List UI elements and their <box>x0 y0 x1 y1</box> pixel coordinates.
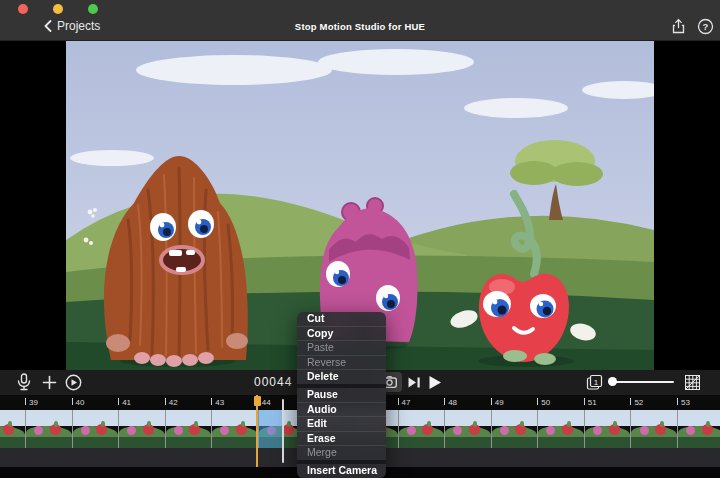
filmstrip-frame[interactable] <box>165 410 212 448</box>
play-button[interactable] <box>428 373 442 391</box>
play-circle-icon[interactable] <box>65 373 82 391</box>
microphone-icon[interactable] <box>17 373 31 391</box>
grid-view-icon <box>684 373 701 391</box>
selected-frame-highlight <box>258 410 284 448</box>
insert-position-line <box>282 399 284 463</box>
menu-item-cut[interactable]: Cut <box>297 312 386 326</box>
filmstrip-frame[interactable] <box>444 410 491 448</box>
menu-item-insert-camera[interactable]: Insert Camera <box>297 464 386 478</box>
help-icon[interactable]: ? <box>697 18 714 35</box>
playhead-flag[interactable] <box>254 396 261 406</box>
filmstrip-frame[interactable] <box>398 410 445 448</box>
menu-item-merge: Merge <box>297 445 386 460</box>
filmstrip-frame[interactable] <box>630 410 677 448</box>
filmstrip-frame[interactable] <box>491 410 538 448</box>
menu-item-delete[interactable]: Delete <box>297 369 386 384</box>
svg-text:?: ? <box>703 21 709 32</box>
app-window: Projects Stop Motion Studio for HUE ? <box>0 0 720 478</box>
title-bar: Projects Stop Motion Studio for HUE ? <box>0 0 720 41</box>
single-frame-icon: 1 <box>586 373 603 391</box>
timeline-zoom-slider-knob[interactable] <box>608 377 617 386</box>
filmstrip-frame[interactable] <box>25 410 72 448</box>
menu-item-edit[interactable]: Edit <box>297 416 386 431</box>
filmstrip-frame[interactable] <box>677 410 720 448</box>
menu-item-copy[interactable]: Copy <box>297 326 386 341</box>
page-title: Stop Motion Studio for HUE <box>0 21 720 32</box>
filmstrip-frame[interactable] <box>118 410 165 448</box>
add-frame-button[interactable] <box>42 373 57 391</box>
menu-item-erase[interactable]: Erase <box>297 431 386 446</box>
minimize-window-button[interactable] <box>53 4 63 14</box>
close-window-button[interactable] <box>18 4 28 14</box>
share-icon[interactable] <box>670 18 687 35</box>
filmstrip-frame[interactable] <box>0 410 25 448</box>
menu-item-reverse: Reverse <box>297 355 386 370</box>
next-frame-button[interactable] <box>407 373 421 391</box>
menu-item-audio[interactable]: Audio <box>297 402 386 417</box>
context-menu: Cut Copy Paste Reverse Delete Pause Audi… <box>297 312 386 478</box>
filmstrip-frame[interactable] <box>537 410 584 448</box>
filmstrip-frame[interactable] <box>211 410 258 448</box>
filmstrip-frame[interactable] <box>72 410 119 448</box>
frame-counter: 00044 <box>254 375 292 389</box>
menu-item-paste: Paste <box>297 340 386 355</box>
timeline-zoom-slider-track[interactable] <box>612 381 674 383</box>
svg-text:1: 1 <box>594 377 599 386</box>
zoom-window-button[interactable] <box>88 4 98 14</box>
filmstrip-frame[interactable] <box>584 410 631 448</box>
menu-item-pause[interactable]: Pause <box>297 388 386 402</box>
